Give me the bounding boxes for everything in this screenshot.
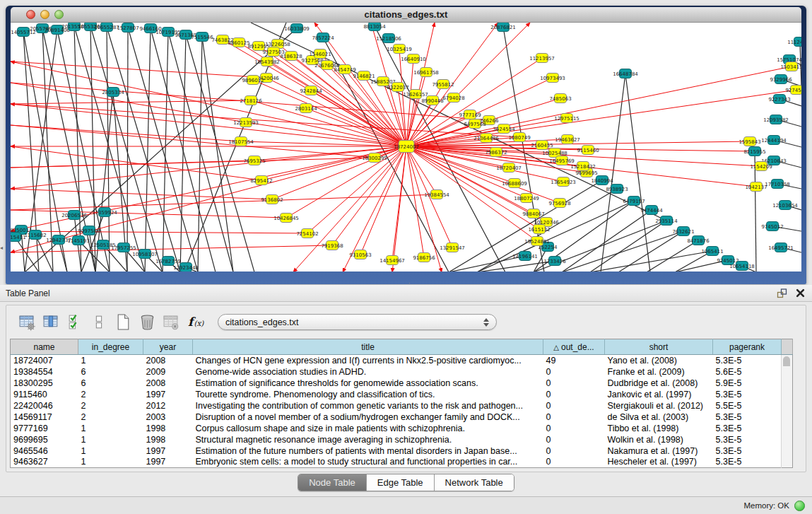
network-window-titlebar[interactable]: citations_edges.txt <box>11 7 801 23</box>
table-cell: 0 <box>543 400 605 411</box>
delete-column-disabled-button[interactable] <box>160 312 182 333</box>
scrollbar-thumb[interactable] <box>783 356 790 366</box>
graph-node-label: 19524851 <box>524 239 550 245</box>
table-row[interactable]: 946554611997Estimation of the future num… <box>11 445 793 457</box>
graph-node-label: 9274568 <box>785 88 801 93</box>
graph-node-label: 1527807 <box>117 25 139 31</box>
graph-node-label: 18107554 <box>228 139 254 145</box>
table-row[interactable]: 1872400712008Changes of HCN gene express… <box>11 355 793 366</box>
table-row[interactable]: 1830029562008Estimation of significance … <box>11 378 793 389</box>
table-cell: 9115460 <box>11 389 78 400</box>
table-scrollbar <box>782 366 793 378</box>
graph-node-label: 1065411 <box>701 249 723 255</box>
graph-node-label: 9474444 <box>640 208 663 214</box>
table-cell: 0 <box>543 366 605 378</box>
table-cell: 1 <box>78 445 143 457</box>
table-row[interactable]: 911546021997Tourette syndrome. Phenomeno… <box>11 389 793 400</box>
table-settings-button[interactable] <box>16 312 38 333</box>
graph-node-label: 9884067 <box>522 211 544 217</box>
tab-edge-table[interactable]: Edge Table <box>367 474 435 491</box>
column-header-year[interactable]: year <box>143 339 193 355</box>
column-visibility-icon <box>42 313 60 331</box>
table-cell: Dudbridge et al. (2008) <box>605 378 713 389</box>
panel-collapse-handle[interactable]: ◂ <box>0 244 5 252</box>
float-panel-icon[interactable] <box>777 288 787 298</box>
close-panel-icon[interactable] <box>796 288 805 298</box>
graph-node-label: 9097588 <box>78 228 100 234</box>
tab-network-table[interactable]: Network Table <box>435 474 514 491</box>
table-cell: 1997 <box>143 457 193 468</box>
column-header-out_de[interactable]: △out_de... <box>543 339 605 355</box>
function-builder-button[interactable]: f(x) <box>184 312 206 333</box>
table-row[interactable]: 946362711997Embryonic stem cells: a mode… <box>11 457 793 468</box>
graph-node-label: 15218432 <box>570 164 596 170</box>
network-window[interactable]: citations_edges.txt 14055712205578532089… <box>6 6 806 284</box>
table-scrollbar <box>782 457 793 468</box>
graph-node-label: 18724007 <box>394 144 419 150</box>
citation-network-graph[interactable]: 1405571220557853208914062013558110553267… <box>11 23 801 271</box>
graph-node-label: 3915411 <box>11 235 26 240</box>
table-cell: 0 <box>543 434 605 445</box>
column-header-in_degree[interactable]: in_degree <box>78 339 143 355</box>
table-row[interactable]: 1938455462009Genome-wide association stu… <box>11 366 793 378</box>
graph-node-label: 1546021 <box>309 52 331 57</box>
graph-node-label: 20206516 <box>61 213 87 218</box>
table-cell: 2 <box>78 400 143 411</box>
graph-node-label: 20876821 <box>490 25 516 30</box>
graph-node-label: 9756928 <box>548 201 570 206</box>
tab-node-table[interactable]: Node Table <box>298 474 367 491</box>
graph-node-label: 7632621 <box>672 229 694 235</box>
table-scrollbar <box>782 434 793 445</box>
citation-edge-red <box>11 125 375 158</box>
graph-node-label: 6794028 <box>442 95 464 101</box>
column-visibility-button[interactable] <box>40 312 62 333</box>
new-table-icon <box>114 313 132 331</box>
table-cell: 1998 <box>143 434 193 445</box>
citation-edge-black <box>128 28 198 271</box>
table-row[interactable]: 1456911722003Disruption of a novel membe… <box>11 411 793 423</box>
graph-node-label: 6497568 <box>464 122 486 127</box>
table-row[interactable]: 977716911998Corpus callosum shape and si… <box>11 423 793 434</box>
graph-node-label: 16495721 <box>768 245 794 251</box>
table-cell: 5.3E-5 <box>713 355 782 366</box>
table-cell: 2003 <box>143 411 193 423</box>
column-header-short[interactable]: short <box>605 339 713 355</box>
graph-node-label: 1145193 <box>67 238 89 244</box>
table-cell: 5.3E-5 <box>713 457 782 468</box>
graph-node-label: 16961758 <box>413 70 439 76</box>
network-canvas[interactable]: 1405571220557853208914062013558110553267… <box>11 23 801 271</box>
table-cell: 2 <box>78 389 143 400</box>
graph-node-label: 14154967 <box>379 258 405 264</box>
citation-edge-black <box>625 74 650 271</box>
graph-node-label: 17710358 <box>765 182 790 187</box>
table-scrollbar[interactable] <box>782 355 793 366</box>
table-row[interactable]: 2242004622012Investigating the contribut… <box>11 400 793 411</box>
column-header-title[interactable]: title <box>193 339 543 355</box>
table-row[interactable]: 969969511998Structural magnetic resonanc… <box>11 434 793 445</box>
table-cell: 19384554 <box>11 366 78 378</box>
graph-node-label: 16640910 <box>401 57 426 62</box>
graph-node-label: 11213957 <box>529 56 555 62</box>
column-header-name[interactable]: name <box>11 339 78 355</box>
graph-node-label: 19384554 <box>424 192 449 198</box>
table-cell: 9465546 <box>11 445 78 457</box>
table-cell: 1998 <box>143 423 193 434</box>
delete-table-button[interactable] <box>136 312 158 333</box>
column-header-pagerank[interactable]: pagerank <box>713 339 782 355</box>
select-all-button[interactable] <box>64 312 86 333</box>
table-toolbar: f(x) citations_edges.txt <box>10 305 802 339</box>
table-select[interactable]: citations_edges.txt <box>218 314 497 330</box>
deselect-all-button[interactable] <box>88 312 110 333</box>
graph-node-label: 10654118 <box>729 264 755 269</box>
table-cell: Genome-wide association studies in ADHD. <box>193 366 543 378</box>
table-cell: de Silva et al. (2003) <box>605 411 713 423</box>
graph-node-label: 1042137 <box>745 185 767 190</box>
new-table-button[interactable] <box>112 312 134 333</box>
citation-edge-black <box>186 35 254 271</box>
svg-text:(x): (x) <box>194 319 204 327</box>
graph-node-label: 16648784 <box>613 71 638 77</box>
table-cell: Estimation of significance thresholds fo… <box>193 378 543 389</box>
citation-edge-black <box>145 28 151 271</box>
citation-edge-red <box>11 231 307 233</box>
graph-node-label: 10688609 <box>502 181 527 187</box>
